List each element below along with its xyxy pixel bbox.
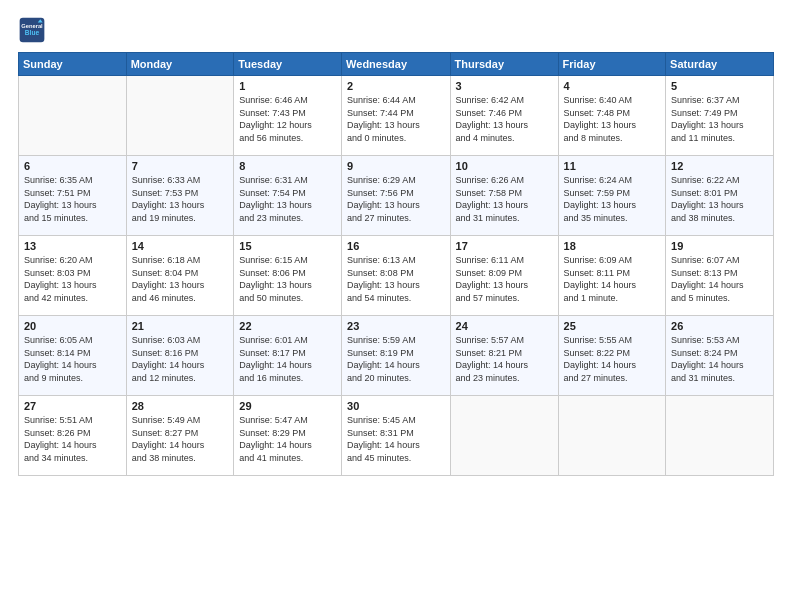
week-row-5: 27Sunrise: 5:51 AM Sunset: 8:26 PM Dayli…	[19, 396, 774, 476]
day-cell: 10Sunrise: 6:26 AM Sunset: 7:58 PM Dayli…	[450, 156, 558, 236]
day-cell: 29Sunrise: 5:47 AM Sunset: 8:29 PM Dayli…	[234, 396, 342, 476]
day-cell: 13Sunrise: 6:20 AM Sunset: 8:03 PM Dayli…	[19, 236, 127, 316]
day-cell: 26Sunrise: 5:53 AM Sunset: 8:24 PM Dayli…	[666, 316, 774, 396]
day-info: Sunrise: 6:35 AM Sunset: 7:51 PM Dayligh…	[24, 174, 121, 224]
day-number: 27	[24, 400, 121, 412]
day-info: Sunrise: 5:45 AM Sunset: 8:31 PM Dayligh…	[347, 414, 444, 464]
day-number: 2	[347, 80, 444, 92]
weekday-header-sunday: Sunday	[19, 53, 127, 76]
day-number: 25	[564, 320, 661, 332]
day-number: 29	[239, 400, 336, 412]
day-number: 18	[564, 240, 661, 252]
day-cell: 7Sunrise: 6:33 AM Sunset: 7:53 PM Daylig…	[126, 156, 234, 236]
weekday-header-monday: Monday	[126, 53, 234, 76]
weekday-header-wednesday: Wednesday	[342, 53, 450, 76]
svg-text:General: General	[21, 23, 43, 29]
day-cell: 2Sunrise: 6:44 AM Sunset: 7:44 PM Daylig…	[342, 76, 450, 156]
day-info: Sunrise: 6:31 AM Sunset: 7:54 PM Dayligh…	[239, 174, 336, 224]
day-info: Sunrise: 5:53 AM Sunset: 8:24 PM Dayligh…	[671, 334, 768, 384]
day-cell: 8Sunrise: 6:31 AM Sunset: 7:54 PM Daylig…	[234, 156, 342, 236]
day-info: Sunrise: 6:40 AM Sunset: 7:48 PM Dayligh…	[564, 94, 661, 144]
day-cell: 24Sunrise: 5:57 AM Sunset: 8:21 PM Dayli…	[450, 316, 558, 396]
day-info: Sunrise: 5:47 AM Sunset: 8:29 PM Dayligh…	[239, 414, 336, 464]
day-cell: 4Sunrise: 6:40 AM Sunset: 7:48 PM Daylig…	[558, 76, 666, 156]
day-cell: 14Sunrise: 6:18 AM Sunset: 8:04 PM Dayli…	[126, 236, 234, 316]
calendar-table: SundayMondayTuesdayWednesdayThursdayFrid…	[18, 52, 774, 476]
day-info: Sunrise: 6:42 AM Sunset: 7:46 PM Dayligh…	[456, 94, 553, 144]
day-cell: 15Sunrise: 6:15 AM Sunset: 8:06 PM Dayli…	[234, 236, 342, 316]
day-info: Sunrise: 5:51 AM Sunset: 8:26 PM Dayligh…	[24, 414, 121, 464]
day-number: 28	[132, 400, 229, 412]
day-cell: 5Sunrise: 6:37 AM Sunset: 7:49 PM Daylig…	[666, 76, 774, 156]
day-cell	[450, 396, 558, 476]
day-number: 11	[564, 160, 661, 172]
day-number: 1	[239, 80, 336, 92]
day-info: Sunrise: 6:24 AM Sunset: 7:59 PM Dayligh…	[564, 174, 661, 224]
day-cell: 17Sunrise: 6:11 AM Sunset: 8:09 PM Dayli…	[450, 236, 558, 316]
day-cell: 6Sunrise: 6:35 AM Sunset: 7:51 PM Daylig…	[19, 156, 127, 236]
day-number: 20	[24, 320, 121, 332]
day-info: Sunrise: 6:07 AM Sunset: 8:13 PM Dayligh…	[671, 254, 768, 304]
day-number: 3	[456, 80, 553, 92]
day-number: 30	[347, 400, 444, 412]
day-number: 9	[347, 160, 444, 172]
day-number: 24	[456, 320, 553, 332]
day-cell: 9Sunrise: 6:29 AM Sunset: 7:56 PM Daylig…	[342, 156, 450, 236]
day-number: 4	[564, 80, 661, 92]
day-info: Sunrise: 5:59 AM Sunset: 8:19 PM Dayligh…	[347, 334, 444, 384]
day-info: Sunrise: 5:49 AM Sunset: 8:27 PM Dayligh…	[132, 414, 229, 464]
weekday-header-friday: Friday	[558, 53, 666, 76]
day-number: 23	[347, 320, 444, 332]
day-cell: 25Sunrise: 5:55 AM Sunset: 8:22 PM Dayli…	[558, 316, 666, 396]
day-info: Sunrise: 6:44 AM Sunset: 7:44 PM Dayligh…	[347, 94, 444, 144]
day-number: 19	[671, 240, 768, 252]
day-info: Sunrise: 6:03 AM Sunset: 8:16 PM Dayligh…	[132, 334, 229, 384]
day-cell	[19, 76, 127, 156]
day-info: Sunrise: 6:15 AM Sunset: 8:06 PM Dayligh…	[239, 254, 336, 304]
day-cell: 21Sunrise: 6:03 AM Sunset: 8:16 PM Dayli…	[126, 316, 234, 396]
logo-icon: General Blue	[18, 16, 46, 44]
day-info: Sunrise: 5:57 AM Sunset: 8:21 PM Dayligh…	[456, 334, 553, 384]
day-number: 13	[24, 240, 121, 252]
day-number: 8	[239, 160, 336, 172]
day-cell: 3Sunrise: 6:42 AM Sunset: 7:46 PM Daylig…	[450, 76, 558, 156]
day-cell: 28Sunrise: 5:49 AM Sunset: 8:27 PM Dayli…	[126, 396, 234, 476]
day-cell: 1Sunrise: 6:46 AM Sunset: 7:43 PM Daylig…	[234, 76, 342, 156]
day-cell	[666, 396, 774, 476]
weekday-header-tuesday: Tuesday	[234, 53, 342, 76]
day-info: Sunrise: 6:26 AM Sunset: 7:58 PM Dayligh…	[456, 174, 553, 224]
day-info: Sunrise: 6:11 AM Sunset: 8:09 PM Dayligh…	[456, 254, 553, 304]
day-number: 6	[24, 160, 121, 172]
logo: General Blue	[18, 16, 46, 44]
day-info: Sunrise: 6:05 AM Sunset: 8:14 PM Dayligh…	[24, 334, 121, 384]
day-number: 22	[239, 320, 336, 332]
day-info: Sunrise: 5:55 AM Sunset: 8:22 PM Dayligh…	[564, 334, 661, 384]
svg-text:Blue: Blue	[25, 29, 40, 36]
day-info: Sunrise: 6:29 AM Sunset: 7:56 PM Dayligh…	[347, 174, 444, 224]
weekday-header-saturday: Saturday	[666, 53, 774, 76]
day-number: 26	[671, 320, 768, 332]
day-info: Sunrise: 6:13 AM Sunset: 8:08 PM Dayligh…	[347, 254, 444, 304]
week-row-3: 13Sunrise: 6:20 AM Sunset: 8:03 PM Dayli…	[19, 236, 774, 316]
week-row-4: 20Sunrise: 6:05 AM Sunset: 8:14 PM Dayli…	[19, 316, 774, 396]
weekday-header-thursday: Thursday	[450, 53, 558, 76]
day-cell	[126, 76, 234, 156]
day-cell: 20Sunrise: 6:05 AM Sunset: 8:14 PM Dayli…	[19, 316, 127, 396]
day-info: Sunrise: 6:01 AM Sunset: 8:17 PM Dayligh…	[239, 334, 336, 384]
day-info: Sunrise: 6:37 AM Sunset: 7:49 PM Dayligh…	[671, 94, 768, 144]
day-number: 12	[671, 160, 768, 172]
day-info: Sunrise: 6:09 AM Sunset: 8:11 PM Dayligh…	[564, 254, 661, 304]
day-number: 7	[132, 160, 229, 172]
day-number: 14	[132, 240, 229, 252]
day-cell: 22Sunrise: 6:01 AM Sunset: 8:17 PM Dayli…	[234, 316, 342, 396]
day-cell: 18Sunrise: 6:09 AM Sunset: 8:11 PM Dayli…	[558, 236, 666, 316]
day-cell: 12Sunrise: 6:22 AM Sunset: 8:01 PM Dayli…	[666, 156, 774, 236]
day-info: Sunrise: 6:20 AM Sunset: 8:03 PM Dayligh…	[24, 254, 121, 304]
calendar-page: General Blue SundayMondayTuesdayWednesda…	[0, 0, 792, 612]
day-cell: 30Sunrise: 5:45 AM Sunset: 8:31 PM Dayli…	[342, 396, 450, 476]
day-cell: 23Sunrise: 5:59 AM Sunset: 8:19 PM Dayli…	[342, 316, 450, 396]
day-number: 10	[456, 160, 553, 172]
day-info: Sunrise: 6:46 AM Sunset: 7:43 PM Dayligh…	[239, 94, 336, 144]
day-cell: 11Sunrise: 6:24 AM Sunset: 7:59 PM Dayli…	[558, 156, 666, 236]
day-cell: 16Sunrise: 6:13 AM Sunset: 8:08 PM Dayli…	[342, 236, 450, 316]
